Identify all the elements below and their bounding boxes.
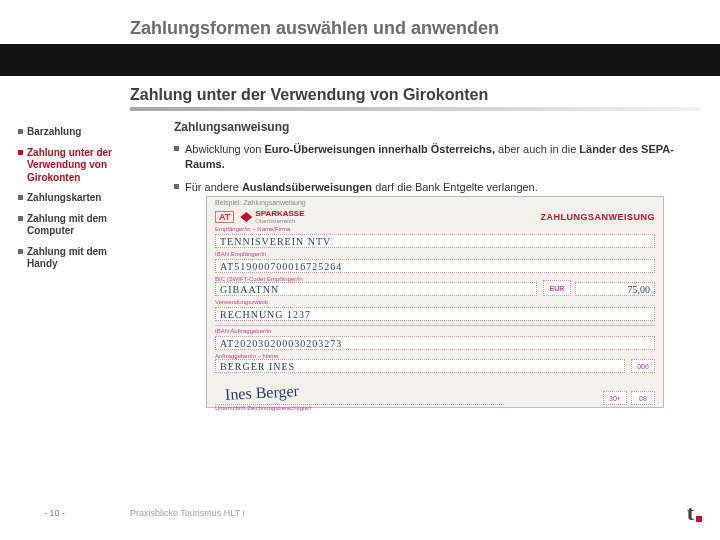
sidebar-item-zahlungskarten: Zahlungskarten	[18, 192, 120, 205]
footer-text: Praxisblicke Tourismus HLT I	[130, 508, 245, 518]
square-bullet-icon	[18, 150, 23, 155]
purpose-field: RECHNUNG 1237	[215, 307, 655, 321]
tiny-box: 08	[631, 391, 655, 405]
payment-form-example: Beispiel: Zahlungsanweisung AT SPARKASSE…	[206, 196, 664, 408]
amount-field: 75,00	[575, 282, 655, 296]
bank-logo: SPARKASSE Oberösterreich	[240, 210, 304, 224]
brand-logo: t	[687, 500, 702, 526]
signature-row: Ines Berger 30+ 08	[215, 376, 655, 405]
field-caption: IBAN Auftraggeber/in	[207, 328, 663, 334]
square-bullet-icon	[18, 249, 23, 254]
sidebar-item-label: Zahlung unter der Verwendung von Girokon…	[27, 147, 120, 185]
content-section-title: Zahlungsanweisung	[174, 120, 289, 134]
bullet-text: Für andere Auslandsüberweisungen darf di…	[185, 180, 538, 195]
sidebar-item-label: Zahlung mit dem Computer	[27, 213, 120, 238]
tiny-box: 30+	[603, 391, 627, 405]
brand-letter: t	[687, 500, 694, 526]
bank-name: SPARKASSE	[255, 210, 304, 218]
square-bullet-icon	[18, 216, 23, 221]
sidebar-item-barzahlung: Barzahlung	[18, 126, 120, 139]
sidebar: Barzahlung Zahlung unter der Verwendung …	[18, 126, 120, 279]
currency-label: EUR	[543, 280, 571, 296]
bullet-row: Für andere Auslandsüberweisungen darf di…	[174, 180, 694, 195]
slide-subtitle: Zahlung unter der Verwendung von Girokon…	[130, 86, 488, 104]
sidebar-item-handy: Zahlung mit dem Handy	[18, 246, 120, 271]
country-code: AT	[215, 211, 234, 223]
field-caption: IBAN Empfänger/in	[207, 251, 663, 257]
code-box: 006	[631, 359, 655, 373]
sidebar-item-computer: Zahlung mit dem Computer	[18, 213, 120, 238]
square-bullet-icon	[18, 195, 23, 200]
form-caption: Beispiel: Zahlungsanweisung	[207, 197, 663, 206]
page-number: - 10 -	[44, 508, 65, 518]
sparkasse-icon	[240, 212, 252, 222]
form-header: AT SPARKASSE Oberösterreich ZAHLUNGSANWE…	[207, 206, 663, 226]
bank-region: Oberösterreich	[255, 218, 304, 224]
recipient-field: TENNISVEREIN NTV	[215, 234, 655, 248]
signature-box: Ines Berger	[215, 376, 504, 405]
signature-caption: Unterschrift Zeichnungsberechtigte/r	[207, 405, 663, 411]
brand-dot-icon	[696, 516, 702, 522]
subtitle-underline	[130, 107, 700, 111]
bullet-row: Abwicklung von Euro-Überweisungen innerh…	[174, 142, 694, 172]
bullet-text: Abwicklung von Euro-Überweisungen innerh…	[185, 142, 694, 172]
bic-field: GIBAATNN	[215, 282, 537, 296]
slide-root: Zahlungsformen auswählen und anwenden Za…	[0, 0, 720, 540]
form-doc-title: ZAHLUNGSANWEISUNG	[541, 212, 656, 222]
iban-payer-field: AT202030200030203273	[215, 336, 655, 350]
sidebar-item-girokonten: Zahlung unter der Verwendung von Girokon…	[18, 147, 120, 185]
square-bullet-icon	[174, 184, 179, 189]
dark-band	[0, 44, 720, 76]
content-body: Abwicklung von Euro-Überweisungen innerh…	[174, 142, 694, 203]
sidebar-item-label: Zahlung mit dem Handy	[27, 246, 120, 271]
square-bullet-icon	[174, 146, 179, 151]
square-bullet-icon	[18, 129, 23, 134]
field-caption: Verwendungszweck	[207, 299, 663, 305]
form-separator	[215, 325, 655, 326]
field-caption: Empfänger/in – Name/Firma	[207, 226, 663, 232]
slide-title: Zahlungsformen auswählen und anwenden	[130, 18, 499, 39]
payer-row: Auftraggeber/in – Name BERGER INES 006	[215, 353, 655, 373]
sidebar-item-label: Zahlungskarten	[27, 192, 101, 205]
iban-recipient-field: AT519000700016725264	[215, 259, 655, 273]
sidebar-item-label: Barzahlung	[27, 126, 81, 139]
payer-field: BERGER INES	[215, 359, 625, 373]
signature: Ines Berger	[225, 382, 300, 404]
bic-amount-row: BIC (SWIFT-Code) Empfänger/in GIBAATNN E…	[215, 276, 655, 296]
